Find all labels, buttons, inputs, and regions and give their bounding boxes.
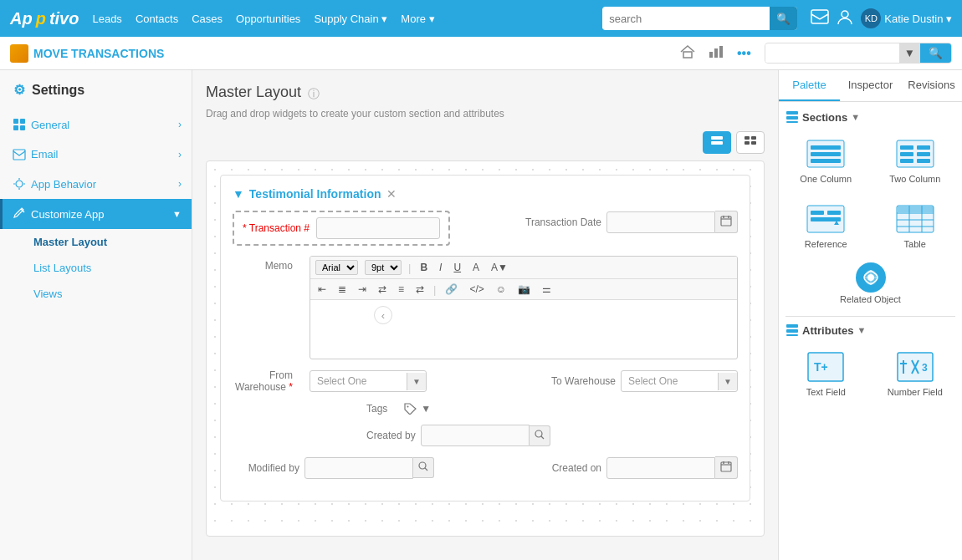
sub-nav-search-input[interactable]	[765, 44, 899, 63]
tags-field[interactable]: ▼	[404, 403, 431, 415]
sidebar-sub-views[interactable]: Views	[0, 281, 192, 307]
sidebar-item-email[interactable]: Email ›	[0, 140, 192, 169]
search-button[interactable]: 🔍	[770, 7, 797, 30]
layout-canvas: ▼ Testimonial Information ✕ * Transactio…	[206, 160, 765, 537]
palette-related-object[interactable]: Related Object	[785, 261, 955, 304]
svg-point-11	[16, 181, 23, 187]
section-header: ▼ Testimonial Information ✕	[233, 187, 738, 201]
sub-nav-dropdown-button[interactable]: ▼	[899, 43, 920, 63]
sidebar-collapse-button[interactable]: ‹	[374, 306, 392, 324]
nav-cases[interactable]: Cases	[192, 13, 223, 25]
calendar-icon-btn[interactable]	[715, 211, 738, 233]
justify-btn[interactable]: ⇄	[376, 283, 389, 296]
bold-button[interactable]: B	[417, 261, 430, 274]
font-color-button[interactable]: A	[470, 261, 482, 274]
nav-supply-chain[interactable]: Supply Chain ▾	[314, 13, 387, 25]
indent-btn[interactable]: ⇄	[413, 283, 427, 296]
attributes-title: Attributes ▼	[785, 323, 955, 337]
svg-rect-28	[721, 462, 731, 471]
sidebar-sub-list-layouts[interactable]: List Layouts	[0, 255, 192, 281]
section-close-button[interactable]: ✕	[386, 187, 397, 201]
svg-rect-18	[751, 141, 756, 145]
table-btn[interactable]: ⚌	[540, 283, 554, 296]
memo-size-select[interactable]: 9pt	[365, 260, 402, 275]
tags-label: Tags	[366, 403, 387, 415]
nav-contacts[interactable]: Contacts	[136, 13, 178, 25]
user-menu[interactable]: KD Katie Dustin ▾	[861, 8, 952, 28]
italic-button[interactable]: I	[437, 261, 444, 274]
contacts-icon-button[interactable]	[836, 8, 854, 29]
svg-rect-8	[13, 125, 18, 130]
to-warehouse-select[interactable]: Select One ▼	[621, 370, 738, 392]
layout-toolbar	[206, 131, 765, 154]
app-title-text: MOVE TRANSACTIONS	[33, 47, 164, 60]
search-input[interactable]	[602, 9, 770, 28]
search-icon	[535, 430, 545, 440]
form-row-modified: Modified by Created on	[233, 456, 738, 479]
chart-button[interactable]	[705, 42, 727, 65]
general-icon	[13, 118, 26, 131]
memo-font-select[interactable]: Arial	[315, 260, 358, 275]
svg-rect-38	[811, 159, 841, 163]
section-title: Testimonial Information	[249, 187, 381, 201]
media-btn[interactable]: 📷	[515, 283, 533, 296]
sidebar-item-customize-app[interactable]: Customize App ▼	[0, 199, 192, 229]
sub-nav-search-button[interactable]: 🔍	[920, 43, 951, 63]
sidebar-collapse-area: ‹	[374, 306, 392, 324]
sidebar-item-general[interactable]: General ›	[0, 109, 192, 140]
created-on-field: Created on	[552, 456, 738, 479]
inbox-icon	[811, 9, 829, 24]
code-btn[interactable]: </>	[467, 283, 486, 296]
nav-leads[interactable]: Leads	[92, 13, 121, 25]
palette-two-column[interactable]: Two Column	[875, 132, 956, 189]
home-button[interactable]	[677, 42, 698, 65]
palette-text-field[interactable]: T+ Text Field	[785, 345, 867, 402]
link-btn[interactable]: 🔗	[443, 283, 460, 296]
tags-dropdown-icon[interactable]: ▼	[421, 403, 431, 415]
section-box: ▼ Testimonial Information ✕ * Transactio…	[220, 175, 750, 501]
one-column-label: One Column	[800, 174, 852, 184]
highlight-button[interactable]: A▼	[489, 261, 510, 274]
svg-rect-7	[20, 119, 25, 124]
nav-opportunities[interactable]: Opportunities	[236, 13, 300, 25]
palette-one-column[interactable]: One Column	[785, 132, 867, 189]
underline-button[interactable]: U	[451, 261, 463, 274]
sidebar-item-app-behavior[interactable]: App Behavior ›	[0, 169, 192, 199]
contacts-icon	[836, 8, 854, 25]
tab-inspector[interactable]: Inspector	[840, 70, 901, 101]
grid-layout-button[interactable]	[736, 131, 765, 154]
info-icon[interactable]: ⓘ	[308, 87, 320, 102]
svg-rect-56	[898, 206, 934, 212]
created-on-calendar-btn[interactable]	[715, 456, 738, 479]
modified-by-search-btn[interactable]	[413, 457, 434, 478]
transaction-num-field: * Transaction #	[233, 211, 450, 246]
svg-rect-41	[917, 145, 930, 150]
palette-number-field[interactable]: 3 Number Field	[875, 345, 956, 402]
inbox-icon-button[interactable]	[811, 9, 829, 28]
transaction-date-label: Transaction Date	[525, 216, 601, 228]
svg-rect-40	[900, 145, 913, 150]
two-column-label: Two Column	[889, 174, 940, 184]
sidebar-sub-menu: Master Layout List Layouts Views	[0, 229, 192, 307]
related-object-label: Related Object	[840, 294, 901, 304]
single-layout-button[interactable]	[703, 131, 731, 154]
created-on-label: Created on	[552, 462, 601, 474]
align-right-btn[interactable]: ⇥	[356, 283, 369, 296]
text-field-label: Text Field	[806, 387, 846, 397]
tab-revisions[interactable]: Revisions	[901, 70, 962, 101]
svg-rect-14	[711, 141, 723, 145]
emoticon-btn[interactable]: ☺	[494, 283, 509, 296]
list-btn[interactable]: ≡	[396, 283, 407, 296]
more-button[interactable]: •••	[734, 43, 755, 64]
palette-reference[interactable]: Reference	[785, 197, 867, 254]
tab-palette[interactable]: Palette	[779, 70, 840, 101]
sidebar-sub-master-layout[interactable]: Master Layout	[0, 229, 192, 255]
created-by-search-btn[interactable]	[530, 425, 550, 446]
search-icon: 🔍	[776, 13, 791, 25]
align-left-btn[interactable]: ⇤	[315, 283, 329, 296]
from-warehouse-select[interactable]: Select One ▼	[310, 370, 427, 392]
section-collapse-icon[interactable]: ▼	[233, 187, 244, 201]
palette-table[interactable]: Table	[875, 197, 956, 254]
nav-more[interactable]: More ▾	[401, 13, 434, 25]
align-center-btn[interactable]: ≣	[335, 283, 349, 296]
